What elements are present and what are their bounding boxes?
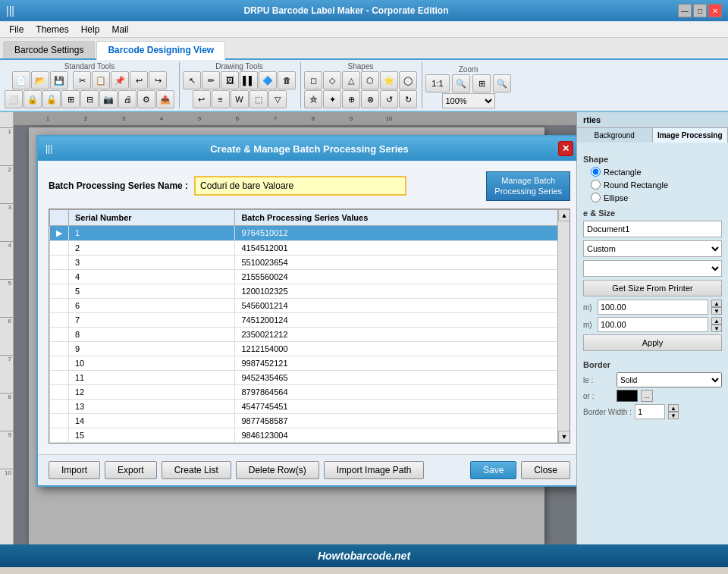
draw-btn-2[interactable]: ✏ [202,71,220,89]
table-row[interactable]: 14 9877458587 [50,413,570,428]
tb-btn-9[interactable]: 📤 [156,90,174,108]
zoom-select[interactable]: 100% 50% 150% 200% [442,93,495,108]
width-spinner[interactable]: ▲ ▼ [711,300,722,315]
draw-btn-word[interactable]: W [231,90,249,108]
delete-rows-button[interactable]: Delete Row(s) [236,461,319,479]
scroll-down-btn[interactable]: ▼ [558,431,570,443]
height-input[interactable] [598,317,708,332]
close-modal-button[interactable]: Close [521,461,570,479]
table-scrollbar[interactable]: ▲ ▼ [557,209,570,443]
draw-btn-8[interactable]: ≡ [212,90,230,108]
modal-close-button[interactable]: ✕ [558,141,573,156]
shape-btn-7[interactable]: ⛤ [304,90,322,108]
table-row[interactable]: 6 5456001214 [50,298,570,312]
tab-barcode-designing[interactable]: Barcode Designing View [96,41,225,60]
save-btn[interactable]: 💾 [50,71,68,89]
import-image-button[interactable]: Import Image Path [324,461,425,479]
draw-btn-6[interactable]: 🗑 [278,71,296,89]
minimize-button[interactable]: — [678,4,692,17]
draw-btn-10[interactable]: ⬚ [249,90,268,108]
tb-btn-3[interactable]: 🔓 [42,90,61,108]
tb-btn-6[interactable]: 📷 [99,90,118,108]
shape-btn-3[interactable]: △ [342,71,360,89]
table-row[interactable]: 15 9846123004 [50,428,570,442]
height-spin-down[interactable]: ▼ [711,325,722,332]
table-row[interactable]: 3 5510023654 [50,255,570,269]
manage-batch-button[interactable]: Manage Batch Processing Series [486,171,570,201]
get-size-from-printer-btn[interactable]: Get Size From Printer [583,280,722,296]
undo-btn[interactable]: ↩ [130,71,148,89]
cut-btn[interactable]: ✂ [73,71,91,89]
tb-btn-8[interactable]: ⚙ [137,90,155,108]
width-input[interactable] [598,300,708,315]
create-list-button[interactable]: Create List [162,461,231,479]
panel-tab-background[interactable]: Background [577,128,653,143]
save-button[interactable]: Save [470,461,516,479]
zoom-in-btn[interactable]: 🔍 [452,74,470,93]
table-row[interactable]: 8 2350021212 [50,327,570,341]
shape-btn-9[interactable]: ⊕ [342,90,360,108]
redo-btn[interactable]: ↪ [149,71,167,89]
copy-btn[interactable]: 📋 [92,71,110,89]
table-row[interactable]: ▶ 1 9764510012 [50,225,570,240]
apply-btn[interactable]: Apply [583,334,722,351]
table-row[interactable]: 5 1200102325 [50,284,570,298]
draw-btn-3[interactable]: 🖼 [221,71,239,89]
width-spin-up[interactable]: ▲ [711,300,722,307]
shape-btn-6[interactable]: ◯ [399,71,417,89]
table-row[interactable]: 11 9452435465 [50,370,570,384]
table-row[interactable]: 7 7451200124 [50,312,570,327]
doc-name-input[interactable] [583,221,722,237]
table-row[interactable]: 2 4154512001 [50,240,570,255]
zoom-out-btn[interactable]: 🔍 [493,74,511,93]
width-spin-down[interactable]: ▼ [711,307,722,315]
shape-btn-11[interactable]: ↺ [380,90,398,108]
draw-btn-1[interactable]: ↖ [183,71,201,89]
border-color-swatch[interactable] [617,390,638,402]
tb-btn-4[interactable]: ⊞ [61,90,80,108]
table-row[interactable]: 10 9987452121 [50,356,570,370]
height-spin-up[interactable]: ▲ [711,317,722,325]
export-button[interactable]: Export [105,461,157,479]
shape-btn-2[interactable]: ◇ [323,71,341,89]
scroll-up-btn[interactable]: ▲ [558,209,570,221]
table-row[interactable]: 13 4547745451 [50,399,570,413]
size-dropdown[interactable]: Custom A4 Letter Legal [583,240,722,257]
tab-barcode-settings[interactable]: Barcode Settings [3,41,95,58]
menu-themes[interactable]: Themes [30,23,74,36]
zoom-1-1-btn[interactable]: 1:1 [425,74,450,93]
draw-btn-11[interactable]: ▽ [268,90,287,108]
bw-spin-down[interactable]: ▼ [668,412,679,419]
table-row[interactable]: 9 1212154000 [50,341,570,356]
shape-round-rectangle[interactable]: Round Rectangle [591,180,722,190]
menu-file[interactable]: File [3,23,30,36]
tb-btn-2[interactable]: 🔒 [24,90,42,108]
maximize-button[interactable]: □ [693,4,707,17]
shape-ellipse[interactable]: Ellipse [591,193,722,202]
height-spinner[interactable]: ▲ ▼ [711,317,722,332]
close-button[interactable]: ✕ [708,4,722,17]
tb-btn-1[interactable]: ⬜ [5,90,23,108]
shape-btn-12[interactable]: ↻ [399,90,417,108]
size-dropdown2[interactable] [583,260,722,277]
zoom-custom-btn[interactable]: ⊞ [472,74,491,93]
menu-mail[interactable]: Mail [105,23,134,36]
border-width-input[interactable] [635,404,665,419]
shape-btn-8[interactable]: ✦ [323,90,341,108]
table-row[interactable]: 12 8797864564 [50,384,570,399]
border-width-spinner[interactable]: ▲ ▼ [668,404,679,419]
series-name-input[interactable] [194,176,406,196]
shape-btn-5[interactable]: ⭐ [380,71,398,89]
shape-btn-1[interactable]: ◻ [304,71,322,89]
import-button[interactable]: Import [49,461,100,479]
draw-btn-barcode[interactable]: ▌▌ [240,71,258,89]
shape-btn-10[interactable]: ⊗ [361,90,379,108]
new-btn[interactable]: 📄 [12,71,30,89]
border-style-select[interactable]: Solid Dashed Dotted [617,372,722,387]
tb-btn-7[interactable]: 🖨 [118,90,136,108]
paste-btn[interactable]: 📌 [111,71,129,89]
panel-tab-image-processing[interactable]: Image Processing [653,128,729,143]
menu-help[interactable]: Help [75,23,106,36]
bw-spin-up[interactable]: ▲ [668,404,679,412]
table-row[interactable]: 4 2155560024 [50,269,570,284]
